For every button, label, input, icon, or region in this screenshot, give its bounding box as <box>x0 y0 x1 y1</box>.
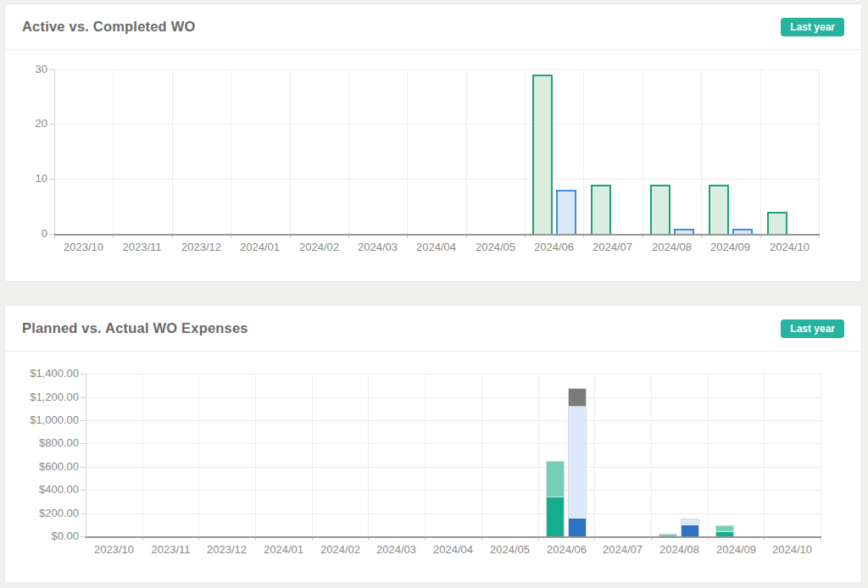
x-axis-line <box>54 234 820 236</box>
stacked-bar-actual-2024/08[interactable] <box>681 519 699 538</box>
bar-segment-actual-primary-2024/08[interactable] <box>682 525 698 537</box>
panel-active-vs-completed-wo: Active vs. Completed WO Last year 010203… <box>4 3 862 282</box>
x-tick-label: 2023/12 <box>198 543 255 557</box>
gridline-horizontal <box>86 374 821 374</box>
bar-segment-planned-secondary-2024/06[interactable] <box>547 462 564 497</box>
gridline-vertical <box>231 69 231 234</box>
panel-header: Active vs. Completed WO Last year <box>5 4 861 50</box>
gridline-horizontal <box>86 397 821 398</box>
bar-active-2024/09[interactable] <box>709 185 729 236</box>
last-year-filter-badge[interactable]: Last year <box>781 319 844 338</box>
x-tick-label: 2024/01 <box>255 543 312 557</box>
x-tick-label: 2023/10 <box>86 543 142 557</box>
gridline-horizontal <box>86 420 821 421</box>
x-tick-label: 2023/11 <box>142 543 199 557</box>
gridline-vertical <box>466 69 467 234</box>
gridline-vertical <box>172 69 173 234</box>
y-tick-label: 30 <box>5 63 47 76</box>
x-tick-label: 2024/09 <box>701 241 760 254</box>
x-tick-label: 2024/01 <box>231 241 289 254</box>
y-tick-label: $1,400.00 <box>11 367 79 380</box>
gridline-vertical <box>651 374 652 536</box>
x-tick-label: 2024/03 <box>368 543 425 557</box>
gridline-vertical <box>368 374 369 536</box>
x-tick-label: 2024/05 <box>466 241 525 254</box>
gridline-vertical <box>198 374 199 536</box>
bar-segment-planned-primary-2024/06[interactable] <box>547 497 564 537</box>
gridline-vertical <box>142 374 143 536</box>
gridline-horizontal <box>54 179 819 180</box>
gridline-vertical <box>701 69 702 234</box>
x-tick-label: 2024/02 <box>290 241 348 254</box>
active-vs-completed-wo-chart: 01020302023/102023/112023/122024/012024/… <box>5 50 861 281</box>
x-tick-label: 2024/09 <box>708 543 765 557</box>
gridline-vertical <box>643 69 643 234</box>
x-tick-label: 2024/08 <box>651 543 708 557</box>
stacked-bar-actual-2024/06[interactable] <box>568 388 587 538</box>
y-axis-line <box>86 374 86 536</box>
panel-planned-vs-actual-expenses: Planned vs. Actual WO Expenses Last year… <box>4 305 862 583</box>
gridline-horizontal <box>54 124 819 125</box>
y-tick-label: $0.00 <box>11 530 79 543</box>
x-tick-label: 2024/10 <box>764 543 821 557</box>
gridline-vertical <box>821 374 821 536</box>
y-tick-label: 0 <box>5 227 47 241</box>
x-tick-label: 2024/04 <box>407 241 465 254</box>
gridline-vertical <box>760 69 761 234</box>
gridline-vertical <box>594 374 595 536</box>
gridline-vertical <box>764 374 765 536</box>
gridline-horizontal <box>86 443 821 444</box>
gridline-vertical <box>583 69 584 234</box>
x-tick-label: 2024/10 <box>760 241 819 254</box>
gridline-vertical <box>348 69 349 234</box>
y-tick-label: $600.00 <box>11 460 79 474</box>
bar-segment-actual-primary-2024/06[interactable] <box>569 519 586 537</box>
bar-active-2024/07[interactable] <box>591 185 611 236</box>
x-tick-label: 2023/12 <box>172 241 231 254</box>
gridline-vertical <box>538 374 539 536</box>
x-axis-line <box>86 536 821 538</box>
gridline-vertical <box>113 69 114 234</box>
gridline-horizontal <box>54 69 819 70</box>
x-tick-label: 2024/07 <box>594 543 651 557</box>
gridline-vertical <box>312 374 313 536</box>
gridline-vertical <box>481 374 482 536</box>
x-tick-label: 2023/10 <box>54 241 113 254</box>
y-tick-label: $200.00 <box>11 507 79 520</box>
gridline-vertical <box>525 69 526 234</box>
page-title: Active vs. Completed WO <box>22 19 195 35</box>
bar-segment-actual-tertiary-2024/06[interactable] <box>569 389 586 407</box>
stacked-bar-planned-2024/06[interactable] <box>546 461 565 538</box>
x-tick-label: 2024/05 <box>481 543 538 557</box>
gridline-horizontal <box>86 513 821 514</box>
x-tick-label: 2024/03 <box>348 241 407 254</box>
y-tick-label: $1,000.00 <box>11 413 79 427</box>
planned-vs-actual-expenses-chart: $0.00$200.00$400.00$600.00$800.00$1,000.… <box>5 352 861 582</box>
last-year-filter-badge[interactable]: Last year <box>781 18 844 36</box>
gridline-horizontal <box>86 467 821 468</box>
y-tick-label: $800.00 <box>11 436 79 450</box>
panel-header: Planned vs. Actual WO Expenses Last year <box>5 306 861 352</box>
y-tick-label: 20 <box>5 117 47 130</box>
bar-active-2024/08[interactable] <box>650 185 670 236</box>
bar-segment-actual-secondary-2024/06[interactable] <box>569 407 586 519</box>
bar-active-2024/10[interactable] <box>767 212 787 236</box>
gridline-vertical <box>290 69 291 234</box>
bar-completed-2024/06[interactable] <box>556 190 576 236</box>
x-tick-label: 2024/02 <box>312 543 369 557</box>
gridline-vertical <box>819 69 820 234</box>
x-tick-label: 2024/06 <box>538 543 595 557</box>
gridline-vertical <box>255 374 256 536</box>
bar-segment-planned-secondary-2024/09[interactable] <box>716 526 733 532</box>
gridline-vertical <box>708 374 709 536</box>
x-tick-label: 2024/06 <box>525 241 583 254</box>
x-tick-label: 2023/11 <box>113 241 171 254</box>
y-tick-label: $1,200.00 <box>11 391 79 404</box>
y-tick-label: $400.00 <box>11 483 79 496</box>
bar-segment-actual-secondary-2024/08[interactable] <box>682 519 698 525</box>
gridline-vertical <box>407 69 408 234</box>
y-axis-line <box>54 69 55 234</box>
x-tick-label: 2024/08 <box>643 241 701 254</box>
bar-active-2024/06[interactable] <box>532 75 553 236</box>
gridline-vertical <box>425 374 426 536</box>
